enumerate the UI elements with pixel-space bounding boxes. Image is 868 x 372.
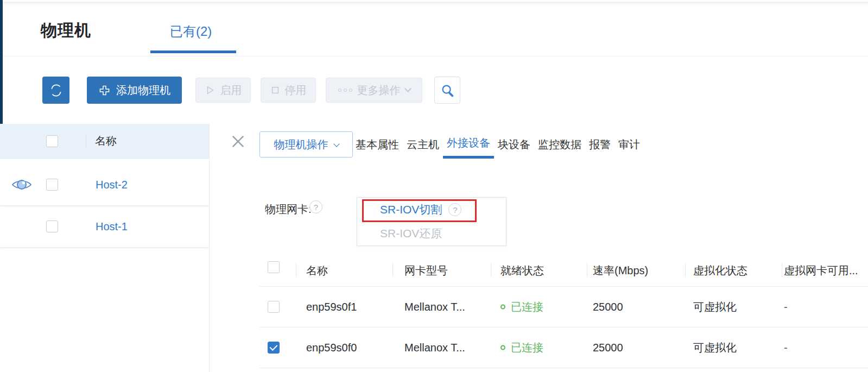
- status-dot-icon: [500, 345, 505, 350]
- nic-column-header: 虚拟化状态: [693, 263, 747, 278]
- nic-column-header: 就绪状态: [500, 263, 544, 278]
- nic-model: Mellanox T...: [404, 301, 465, 313]
- nic-name: enp59s0f0: [306, 342, 357, 354]
- more-actions-button[interactable]: 更多操作: [326, 78, 422, 103]
- nic-status: 已连接: [500, 300, 543, 314]
- host-row-checkbox[interactable]: [46, 179, 58, 191]
- detail-tab-label: 块设备: [498, 137, 530, 152]
- header-separator: [86, 134, 86, 148]
- disable-button[interactable]: 停用: [261, 78, 316, 103]
- page-title: 物理机: [41, 20, 91, 42]
- chevron-down-icon: [333, 141, 339, 147]
- enable-button[interactable]: 启用: [195, 78, 251, 103]
- detail-tab[interactable]: 云主机: [403, 130, 443, 159]
- host-actions-dropdown[interactable]: 物理机操作: [259, 131, 353, 157]
- nic-vnic-available: -: [784, 301, 788, 313]
- detail-tab[interactable]: 块设备: [494, 130, 534, 159]
- nic-column-header: 速率(Mbps): [593, 263, 648, 278]
- enable-label: 启用: [220, 83, 242, 98]
- nic-column-header: 虚拟网卡可用...: [784, 263, 858, 278]
- active-page-tab-underline: [150, 51, 236, 53]
- detail-tab[interactable]: 监控数据: [534, 130, 585, 159]
- detail-tab-label: 监控数据: [538, 137, 581, 152]
- annotation-highlight-box: [362, 199, 477, 222]
- nic-status-label: 已连接: [511, 341, 543, 355]
- nic-table: 名称 网卡型号 就绪状态 速率(Mbps) 虚拟化状态 虚拟网卡可用... en…: [259, 253, 868, 368]
- nic-row-checkbox[interactable]: [268, 301, 280, 313]
- select-all-hosts-checkbox[interactable]: [46, 135, 58, 147]
- plus-icon: [98, 84, 111, 97]
- physical-nic-label: 物理网卡:: [265, 202, 312, 217]
- detail-tabs: 基本属性 云主机 外接设备 块设备 监控数据 报警: [352, 130, 644, 159]
- help-glyph: ?: [314, 203, 318, 212]
- detail-tab-label: 审计: [618, 137, 640, 152]
- nic-column-header: 网卡型号: [404, 263, 448, 278]
- detail-tab[interactable]: 报警: [585, 130, 614, 159]
- nic-row[interactable]: enp59s0f0 Mellanox T... 已连接 25000 可虚拟化 -: [259, 327, 868, 368]
- physical-machine-page: 物理机 已有(2) 添加物理机 启用 停用 更多操作: [0, 0, 868, 372]
- host-name-link[interactable]: Host-2: [96, 179, 128, 191]
- detail-tab-label: 云主机: [407, 137, 439, 152]
- name-column-header: 名称: [95, 134, 117, 148]
- host-name-link[interactable]: Host-1: [96, 220, 128, 233]
- more-actions-label: 更多操作: [357, 83, 401, 98]
- refresh-icon: [49, 83, 64, 98]
- detail-tab-label: 报警: [589, 137, 611, 152]
- more-dots-icon: [338, 89, 352, 92]
- nic-row-checkbox[interactable]: [268, 342, 280, 354]
- nic-row[interactable]: enp59s0f1 Mellanox T... 已连接 25000 可虚拟化 -: [259, 287, 868, 327]
- refresh-button[interactable]: [42, 77, 69, 104]
- status-dot-icon: [500, 305, 505, 310]
- nic-menu-item[interactable]: SR-IOV还原 ?: [357, 222, 506, 245]
- chevron-down-icon: [404, 85, 411, 92]
- nic-speed: 25000: [593, 342, 623, 354]
- search-button[interactable]: [434, 77, 460, 104]
- host-list-panel: 名称 Host-2: [0, 124, 210, 372]
- host-actions-label: 物理机操作: [274, 137, 328, 152]
- host-rows: Host-2 Host-1: [0, 164, 209, 248]
- host-row[interactable]: Host-1: [0, 206, 209, 248]
- nic-column-header: 名称: [306, 263, 328, 278]
- nic-table-header: 名称 网卡型号 就绪状态 速率(Mbps) 虚拟化状态 虚拟网卡可用...: [259, 253, 868, 287]
- viewing-eye-icon: [11, 178, 32, 192]
- detail-tab-label: 基本属性: [356, 137, 399, 152]
- detail-tab[interactable]: 基本属性: [352, 130, 403, 159]
- nic-status: 已连接: [500, 341, 543, 355]
- help-icon[interactable]: ?: [309, 200, 322, 213]
- detail-tab[interactable]: 外接设备: [443, 130, 494, 159]
- nic-status-label: 已连接: [511, 300, 543, 314]
- disable-label: 停用: [285, 83, 307, 98]
- host-row[interactable]: Host-2: [0, 164, 209, 206]
- nic-model: Mellanox T...: [404, 342, 465, 354]
- add-host-label: 添加物理机: [116, 83, 170, 98]
- nic-menu-item-label: SR-IOV还原: [380, 226, 442, 241]
- nic-speed: 25000: [593, 301, 623, 313]
- nic-vnic-available: -: [784, 342, 788, 354]
- detail-tab-label: 外接设备: [447, 136, 490, 150]
- play-icon: [205, 85, 216, 96]
- header-divider: [3, 56, 868, 56]
- select-all-nics-checkbox[interactable]: [268, 261, 280, 273]
- stop-icon: [270, 85, 280, 95]
- close-detail-icon[interactable]: [230, 134, 245, 149]
- nic-virtualization: 可虚拟化: [693, 300, 737, 314]
- nic-virtualization: 可虚拟化: [693, 341, 737, 355]
- host-list-header: 名称: [0, 124, 209, 158]
- top-gradient-band: [3, 2, 868, 7]
- tab-existing[interactable]: 已有(2): [170, 23, 212, 40]
- host-row-checkbox[interactable]: [46, 220, 58, 232]
- nic-name: enp59s0f1: [306, 301, 357, 313]
- search-icon: [440, 83, 455, 98]
- add-host-button[interactable]: 添加物理机: [87, 77, 182, 104]
- detail-tab[interactable]: 审计: [614, 130, 644, 159]
